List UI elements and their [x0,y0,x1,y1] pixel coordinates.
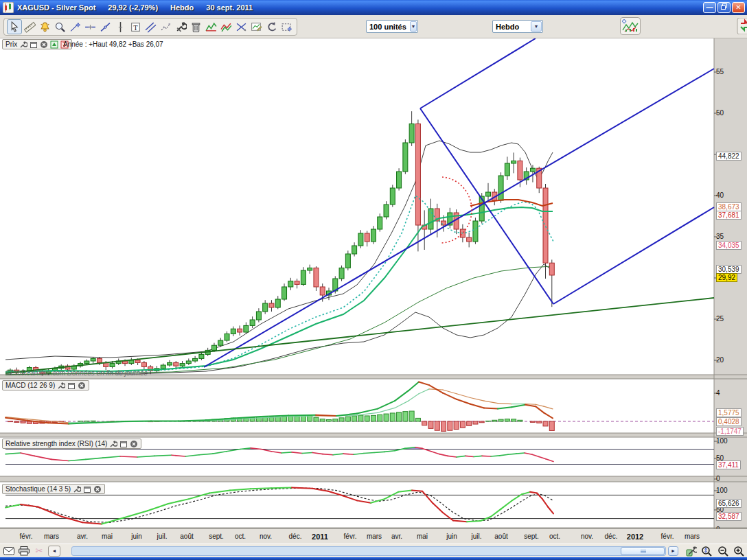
mail-button[interactable] [3,546,15,557]
window-icon[interactable] [119,440,128,448]
candle [365,233,369,242]
candle [308,268,312,270]
close-icon[interactable] [93,485,102,493]
annotate-chart-tool[interactable] [249,19,264,34]
wrench-icon[interactable] [57,382,65,390]
macd-bar [84,421,89,421]
wrench-icon[interactable] [109,440,117,448]
trendline-tool-icon [100,21,111,33]
chevron-down-icon[interactable]: ▼ [531,21,542,32]
chart-style-button[interactable] [620,17,641,35]
scale-label: 1,5775 [716,408,742,417]
wrench-icon[interactable] [73,485,81,493]
chevron-down-icon[interactable]: ▼ [410,21,417,32]
indicator-wrench-button[interactable] [685,546,698,557]
month-label: nov. [581,533,593,540]
alarm-bell-tool[interactable] [37,19,52,34]
refresh-arrows-icon[interactable] [736,18,747,34]
candle [141,362,146,366]
macd-bar [409,411,414,421]
candle [193,358,198,361]
year-label: 2011 [312,533,328,541]
macd-panel-title: MACD (12 26 9) [5,382,55,389]
app-icon [3,2,14,13]
close-icon[interactable] [40,40,48,49]
macd-bar [486,421,491,421]
window-icon[interactable] [83,485,91,493]
macd-bar [339,418,344,421]
period-combo[interactable]: Hebdo ▼ [492,20,543,33]
window-icon[interactable] [30,40,38,49]
candle [231,329,235,334]
chart-area[interactable]: Prix Année : +Haut 49,82 +Bas 26,07 ©Pro… [0,38,747,528]
candle [301,270,306,284]
close-button[interactable]: ✕ [732,2,745,13]
segments-tool[interactable] [158,19,173,34]
candle [211,345,216,350]
close-icon[interactable] [130,440,138,448]
crossed-lines-tool[interactable] [233,19,249,34]
zoom-in-button[interactable] [733,546,745,557]
undo-tool[interactable] [264,19,279,34]
scale-label: 32,587 [716,512,742,521]
macd-bar [518,420,522,421]
month-label: mars [44,533,59,540]
settings-wrench-tool[interactable] [173,19,188,34]
candle [263,303,268,312]
close-icon[interactable] [78,382,86,390]
horizontal-line-tool[interactable] [82,19,97,34]
macd-bar [14,421,19,422]
minimize-button[interactable]: — [703,2,716,13]
units-combo[interactable]: 100 unités ▼ [366,20,418,33]
price-panel-title: Prix [5,40,17,48]
restore-button[interactable] [717,2,731,13]
scroll-left-button[interactable]: ◄ [48,546,60,557]
pattern-channel-tool[interactable] [218,19,233,34]
candle [320,287,325,295]
pattern-up-tool[interactable] [203,19,218,34]
parallel-lines-tool[interactable] [143,19,158,34]
zoom-tool[interactable] [52,19,67,34]
trash-tool[interactable] [188,19,203,34]
scale-label: 0 [716,475,720,482]
macd-bar [365,416,369,421]
candle [512,161,516,163]
macd-bar [422,421,427,425]
month-label: avr. [391,533,402,540]
scale-label: 37,411 [716,460,741,469]
zone-select-tool[interactable] [279,19,294,34]
ruler-tool[interactable] [22,19,37,34]
trendline-tool[interactable] [97,19,113,34]
macd-bar [435,421,439,430]
macd-bar [549,421,554,430]
zoom-vertical-button[interactable] [700,546,713,557]
cursor-tool-icon [9,21,21,33]
print-button[interactable] [18,546,30,557]
candle [345,254,350,268]
macd-bar [460,421,465,428]
text-tool[interactable]: T [128,19,143,34]
zoom-out-button[interactable] [717,546,729,557]
point-tool[interactable] [67,19,82,34]
month-label: nov. [260,533,272,540]
last-price-change: 29,92 (-2,79%) [108,3,158,12]
scale-label: 50 [716,109,724,117]
app-window: XAGUSD - Silver Spot 29,92 (-2,79%) Hebd… [0,0,747,560]
segments-tool-icon [160,21,172,33]
scrollbar-thumb[interactable] [621,547,665,555]
window-icon[interactable] [67,382,76,390]
scroll-right-button[interactable]: ► [668,546,678,556]
chart-plot[interactable] [0,38,747,528]
candle [97,358,102,362]
month-label: sept. [524,533,539,540]
candle [244,325,249,332]
month-label: juin [131,533,142,540]
candle [467,237,472,242]
macd-bar [415,418,420,421]
month-label: mars [367,533,382,540]
horizontal-scrollbar[interactable] [71,546,666,556]
cursor-tool[interactable] [7,19,22,34]
wrench-icon[interactable] [19,40,27,49]
arrow-up-icon[interactable] [50,40,58,49]
vertical-line-tool[interactable] [113,19,128,34]
